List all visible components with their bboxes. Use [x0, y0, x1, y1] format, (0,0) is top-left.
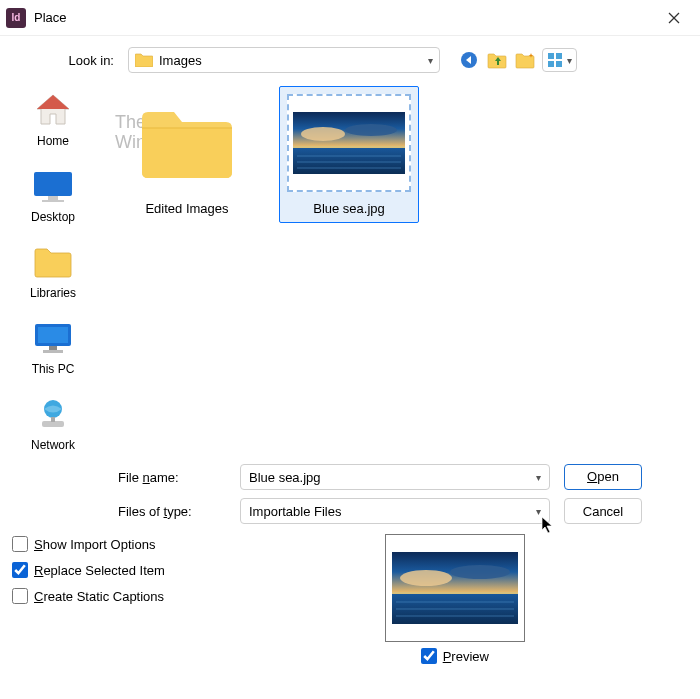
sidebar-item-label: This PC: [32, 362, 75, 376]
libraries-icon: [33, 245, 73, 279]
filename-row: File name: Blue sea.jpg ▾ Open: [0, 464, 684, 490]
replace-selected-item-check[interactable]: Replace Selected Item: [12, 562, 165, 578]
preview-image: [392, 552, 518, 624]
filetype-label: Files of type:: [118, 504, 240, 519]
bottom-form: File name: Blue sea.jpg ▾ Open Files of …: [0, 464, 700, 664]
title-bar-left: Id Place: [4, 8, 67, 28]
checkbox-input[interactable]: [12, 588, 28, 604]
checkbox-input[interactable]: [421, 648, 437, 664]
svg-rect-20: [293, 146, 405, 174]
folder-icon: [138, 106, 236, 180]
sidebar-item-thispc[interactable]: This PC: [31, 318, 75, 376]
svg-rect-12: [49, 346, 57, 350]
folder-icon: [135, 53, 153, 67]
sidebar-item-libraries[interactable]: Libraries: [30, 242, 76, 300]
show-import-options-check[interactable]: Show Import Options: [12, 536, 165, 552]
app-icon: Id: [6, 8, 26, 28]
svg-point-19: [345, 124, 397, 136]
close-icon: [668, 12, 680, 24]
svg-rect-11: [38, 327, 68, 343]
new-folder-icon: [515, 51, 535, 69]
image-thumb-border: [287, 94, 411, 192]
filetype-row: Files of type: Importable Files ▾ Cancel: [0, 498, 684, 524]
svg-point-18: [301, 127, 345, 141]
sidebar-item-label: Desktop: [31, 210, 75, 224]
nav-toolbar: ▾: [458, 48, 577, 72]
svg-point-26: [400, 570, 452, 586]
create-static-captions-check[interactable]: Create Static Captions: [12, 588, 165, 604]
svg-rect-4: [556, 53, 562, 59]
lookin-combo[interactable]: Images ▾: [128, 47, 440, 73]
file-item-image[interactable]: Blue sea.jpg: [279, 86, 419, 223]
filename-label: File name:: [118, 470, 240, 485]
new-folder-button[interactable]: [514, 49, 536, 71]
computer-icon: [32, 321, 74, 355]
file-item-folder[interactable]: Edited Images: [117, 86, 257, 223]
file-pane[interactable]: The WindowsClub Edited Images: [106, 76, 700, 456]
close-button[interactable]: [652, 2, 696, 34]
title-bar: Id Place: [0, 0, 700, 36]
window-title: Place: [34, 10, 67, 25]
filename-combo[interactable]: Blue sea.jpg ▾: [240, 464, 550, 490]
options-row: Show Import Options Replace Selected Ite…: [0, 534, 684, 664]
folder-up-icon: [487, 51, 507, 69]
file-grid: Edited Images: [117, 86, 690, 223]
views-button[interactable]: ▾: [542, 48, 577, 72]
file-item-label: Blue sea.jpg: [286, 201, 412, 216]
desktop-icon: [32, 170, 74, 202]
main-area: Home Desktop Libraries This PC Network: [0, 76, 700, 456]
sidebar-item-label: Home: [37, 134, 69, 148]
filetype-combo[interactable]: Importable Files ▾: [240, 498, 550, 524]
sidebar-item-home[interactable]: Home: [31, 90, 75, 148]
chevron-down-icon: ▾: [536, 506, 541, 517]
folder-thumb: [125, 93, 249, 193]
chevron-down-icon: ▾: [565, 55, 574, 66]
up-button[interactable]: [486, 49, 508, 71]
check-label: Create Static Captions: [34, 589, 164, 604]
back-button[interactable]: [458, 49, 480, 71]
sidebar-item-label: Libraries: [30, 286, 76, 300]
preview-box: [385, 534, 525, 642]
file-item-label: Edited Images: [124, 201, 250, 216]
check-label: Replace Selected Item: [34, 563, 165, 578]
options-checks: Show Import Options Replace Selected Ite…: [12, 534, 165, 604]
sidebar-item-network[interactable]: Network: [31, 394, 75, 452]
network-icon: [33, 397, 73, 431]
cancel-button[interactable]: Cancel: [564, 498, 642, 524]
chevron-down-icon: ▾: [428, 55, 433, 66]
svg-rect-29: [392, 592, 518, 594]
svg-point-27: [450, 565, 510, 579]
preview-column: Preview: [385, 534, 525, 664]
sidebar-item-desktop[interactable]: Desktop: [31, 166, 75, 224]
chevron-down-icon: ▾: [536, 472, 541, 483]
lookin-row: Look in: Images ▾ ▾: [0, 36, 700, 76]
check-label: Preview: [443, 649, 489, 664]
image-thumbnail: [293, 112, 405, 174]
svg-rect-28: [392, 592, 518, 624]
filetype-value: Importable Files: [249, 504, 341, 519]
svg-rect-3: [548, 53, 554, 59]
svg-rect-16: [51, 417, 55, 422]
svg-rect-8: [48, 196, 58, 200]
preview-check[interactable]: Preview: [385, 648, 525, 664]
image-thumb-wrap: [287, 93, 411, 193]
filename-value: Blue sea.jpg: [249, 470, 321, 485]
svg-rect-13: [43, 350, 63, 353]
home-icon: [33, 92, 73, 128]
back-icon: [460, 51, 478, 69]
sidebar-item-label: Network: [31, 438, 75, 452]
svg-rect-9: [42, 200, 64, 202]
svg-rect-5: [548, 61, 554, 67]
check-label: Show Import Options: [34, 537, 155, 552]
open-button[interactable]: Open: [564, 464, 642, 490]
svg-rect-6: [556, 61, 562, 67]
checkbox-input[interactable]: [12, 536, 28, 552]
places-sidebar: Home Desktop Libraries This PC Network: [0, 76, 106, 456]
views-icon: [547, 52, 563, 68]
checkbox-input[interactable]: [12, 562, 28, 578]
svg-rect-21: [293, 146, 405, 148]
lookin-value: Images: [159, 53, 202, 68]
lookin-label: Look in:: [14, 53, 118, 68]
svg-rect-7: [34, 172, 72, 196]
